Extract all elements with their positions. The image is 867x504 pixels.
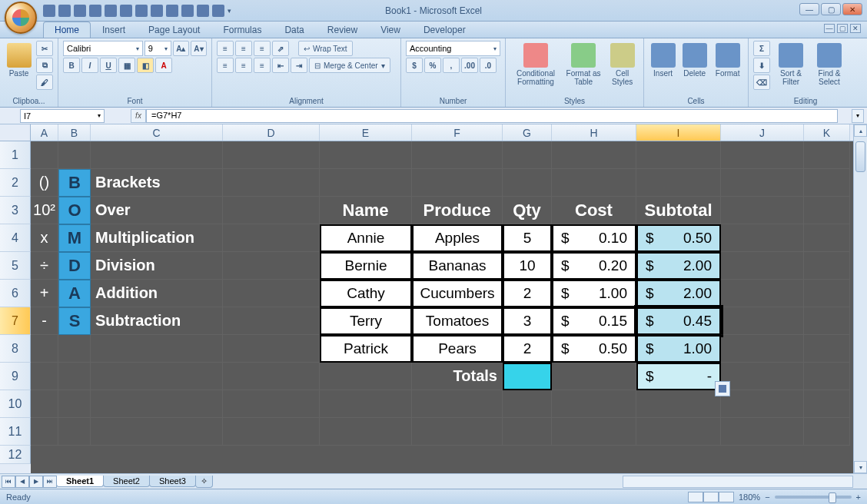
qat-save-icon[interactable] (43, 5, 55, 17)
colhdr-k[interactable]: K (804, 124, 850, 141)
rowhdr-2[interactable]: 2 (0, 169, 31, 197)
rowhdr-5[interactable]: 5 (0, 252, 31, 280)
align-right-button[interactable]: ≡ (254, 58, 271, 73)
tab-first-icon[interactable]: ⏮ (2, 476, 15, 488)
tab-insert[interactable]: Insert (91, 22, 137, 38)
zoom-slider[interactable] (775, 496, 852, 499)
tab-home[interactable]: Home (43, 22, 91, 38)
colhdr-e[interactable]: E (320, 124, 412, 141)
cells-area[interactable]: ()BBrackets 10²OOverNameProduceQtyCostSu… (31, 141, 853, 473)
office-button[interactable] (5, 2, 37, 34)
scroll-thumb[interactable] (855, 141, 865, 172)
hdr-name[interactable]: Name (320, 197, 412, 224)
cell-cost-2[interactable]: $1.00 (552, 280, 636, 307)
copy-button[interactable]: ⧉ (36, 58, 53, 73)
rowhdr-11[interactable]: 11 (0, 418, 31, 446)
fx-button[interactable]: fx (131, 109, 146, 123)
cell-name-3[interactable]: Terry (320, 307, 412, 335)
format-painter-button[interactable]: 🖌 (36, 75, 53, 90)
cell-b4[interactable]: M (58, 224, 91, 252)
autofill-options-icon[interactable] (715, 381, 730, 396)
decrease-indent-button[interactable]: ⇤ (272, 58, 289, 73)
sheet-tab-1[interactable]: Sheet1 (56, 476, 104, 487)
grow-font-button[interactable]: A▴ (173, 41, 189, 56)
colhdr-c[interactable]: C (91, 124, 223, 141)
colhdr-g[interactable]: G (503, 124, 552, 141)
hdr-subtotal[interactable]: Subtotal (636, 197, 721, 224)
cut-button[interactable]: ✂ (36, 41, 53, 56)
view-break-icon[interactable] (719, 492, 734, 502)
cell-produce-2[interactable]: Cucumbers (412, 280, 503, 307)
colhdr-i[interactable]: I (636, 124, 721, 141)
cell-qty-4[interactable]: 2 (503, 335, 552, 363)
hdr-qty[interactable]: Qty (503, 197, 552, 224)
hdr-cost[interactable]: Cost (552, 197, 636, 224)
cell-c3[interactable]: Over (91, 197, 223, 224)
align-left-button[interactable]: ≡ (217, 58, 234, 73)
align-top-button[interactable]: ≡ (217, 41, 234, 56)
font-size-combo[interactable]: 9▾ (144, 41, 171, 56)
cell-qty-3[interactable]: 3 (503, 307, 552, 335)
rowhdr-9[interactable]: 9 (0, 363, 31, 390)
cell-styles-button[interactable]: Cell Styles (606, 41, 639, 91)
doc-close-icon[interactable]: ✕ (850, 24, 861, 33)
font-name-combo[interactable]: Calibri▾ (63, 41, 143, 56)
number-format-combo[interactable]: Accounting▾ (406, 41, 500, 56)
cell-name-1[interactable]: Bernie (320, 252, 412, 280)
clear-button[interactable]: ⌫ (753, 75, 770, 90)
scroll-down-icon[interactable]: ▾ (854, 461, 867, 473)
sort-filter-button[interactable]: Sort & Filter (773, 41, 809, 91)
cell-produce-0[interactable]: Apples (412, 224, 503, 252)
qat-preview-icon[interactable] (135, 5, 148, 17)
sheet-tab-3[interactable]: Sheet3 (149, 476, 196, 487)
view-layout-icon[interactable] (703, 492, 719, 502)
cell-b2[interactable]: B (58, 169, 91, 197)
shrink-font-button[interactable]: A▾ (191, 41, 207, 56)
tab-review[interactable]: Review (316, 22, 369, 38)
comma-button[interactable]: , (443, 58, 460, 73)
conditional-formatting-button[interactable]: Conditional Formatting (510, 41, 561, 91)
qat-spell-icon[interactable] (151, 5, 163, 17)
tab-prev-icon[interactable]: ◀ (15, 476, 29, 488)
increase-decimal-button[interactable]: .00 (461, 58, 478, 73)
rowhdr-4[interactable]: 4 (0, 224, 31, 252)
merge-center-button[interactable]: ⊟Merge & Center▾ (309, 58, 390, 73)
scroll-up-icon[interactable]: ▴ (854, 124, 867, 137)
fill-button[interactable]: ⬇ (753, 58, 770, 73)
totals-label[interactable]: Totals (412, 363, 503, 390)
colhdr-h[interactable]: H (552, 124, 636, 141)
rowhdr-1[interactable]: 1 (0, 141, 31, 169)
qat-open-icon[interactable] (105, 5, 117, 17)
totals-sub[interactable]: $- (636, 363, 721, 390)
formula-bar[interactable]: =G7*H7 (146, 109, 838, 123)
cell-sub-4[interactable]: $1.00 (636, 335, 721, 363)
cell-sub-1[interactable]: $2.00 (636, 252, 721, 280)
rowhdr-6[interactable]: 6 (0, 280, 31, 307)
cell-b7[interactable]: S (58, 307, 91, 335)
rowhdr-3[interactable]: 3 (0, 197, 31, 224)
format-as-table-button[interactable]: Format as Table (564, 41, 603, 91)
sheet-tab-2[interactable]: Sheet2 (103, 476, 150, 487)
percent-button[interactable]: % (424, 58, 441, 73)
hdr-produce[interactable]: Produce (412, 197, 503, 224)
delete-cells-button[interactable]: Delete (680, 41, 709, 91)
border-button[interactable]: ▦ (118, 58, 135, 73)
cell-c7[interactable]: Subtraction (91, 307, 223, 335)
paste-button[interactable]: Paste (5, 41, 33, 91)
fill-color-button[interactable]: ◧ (137, 58, 154, 73)
cell-a7[interactable]: - (31, 307, 58, 335)
cell-c6[interactable]: Addition (91, 280, 223, 307)
tab-formulas[interactable]: Formulas (211, 22, 273, 38)
qat-view-icon[interactable] (212, 5, 224, 17)
orientation-button[interactable]: ⇗ (272, 41, 289, 56)
doc-restore-icon[interactable]: ▢ (837, 24, 848, 33)
cell-cost-1[interactable]: $0.20 (552, 252, 636, 280)
cell-b5[interactable]: D (58, 252, 91, 280)
qat-sort-icon[interactable] (166, 5, 178, 17)
qat-email-icon[interactable] (181, 5, 194, 17)
zoom-level[interactable]: 180% (739, 492, 760, 502)
formula-expand-icon[interactable]: ▾ (852, 109, 864, 123)
horizontal-scrollbar[interactable] (623, 476, 853, 488)
minimize-button[interactable]: — (799, 3, 819, 15)
cell-produce-1[interactable]: Bananas (412, 252, 503, 280)
